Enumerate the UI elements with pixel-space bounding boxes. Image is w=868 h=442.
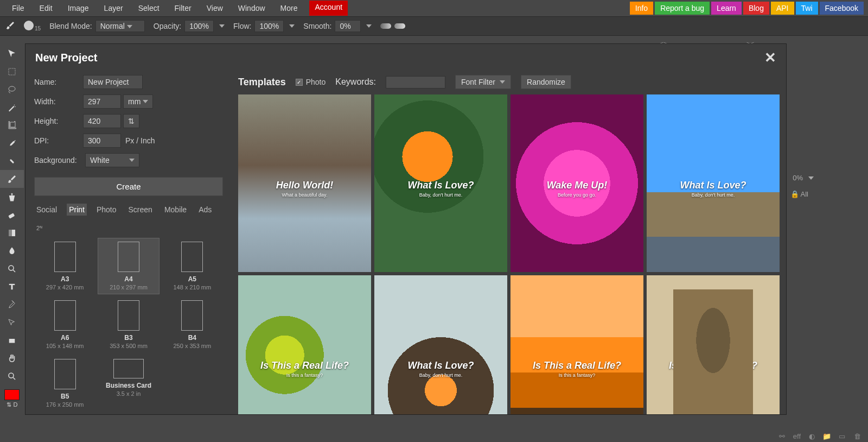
template-card-4[interactable]: Is This a Real Life? Is this a fantasy? [238, 275, 371, 414]
preset-a4[interactable]: A4 210 x 297 mm [98, 238, 159, 294]
width-input[interactable] [83, 94, 121, 109]
brush-tool[interactable] [0, 170, 24, 188]
default-colors-icon[interactable]: D [14, 401, 18, 408]
trash-icon[interactable]: 🗑 [853, 432, 861, 440]
preset-a5[interactable]: A5 148 x 210 mm [162, 238, 223, 294]
blend-mode-select[interactable]: Normal [95, 20, 145, 32]
clone-tool[interactable] [0, 188, 24, 206]
pill-report-bug[interactable]: Report a bug [655, 2, 710, 15]
gradient-tool[interactable] [0, 224, 24, 242]
shape-tool[interactable] [0, 331, 24, 349]
menu-file[interactable]: File [4, 1, 32, 16]
path-select-tool[interactable] [0, 313, 24, 331]
randomize-button[interactable]: Randomize [521, 75, 571, 89]
opacity-value[interactable]: 100% [184, 20, 214, 32]
menu-select[interactable]: Select [131, 1, 167, 16]
menu-edit[interactable]: Edit [32, 1, 60, 16]
menu-right: Info Report a bug Learn Blog API Twi Fac… [630, 2, 864, 15]
dodge-tool[interactable] [0, 260, 24, 277]
swap-dimensions-button[interactable]: ⇅ [123, 114, 139, 128]
pressure-opacity-icon[interactable] [380, 23, 391, 29]
smooth-value[interactable]: 0% [335, 20, 361, 32]
opacity-caret-icon[interactable] [219, 24, 225, 28]
preset-tab-screen[interactable]: Screen [126, 204, 155, 216]
preset-b4[interactable]: B4 250 x 353 mm [162, 296, 223, 353]
template-card-1[interactable]: What Is Love? Baby, don't hurt me. [374, 94, 507, 272]
preset-b5[interactable]: B5 176 x 250 mm [34, 355, 95, 412]
template-title: Is This a Real Life? [244, 360, 366, 371]
link-icon[interactable]: ⚯ [778, 432, 787, 440]
chevron-down-icon[interactable] [808, 176, 814, 180]
template-card-7[interactable]: Is This a Real Life? Is this a fantasy? [647, 275, 780, 414]
template-card-2[interactable]: Wake Me Up! Before you go go. [510, 94, 643, 272]
dpi-input[interactable] [83, 134, 121, 148]
menu-view[interactable]: View [199, 1, 231, 16]
menu-window[interactable]: Window [231, 1, 273, 16]
mask-icon[interactable]: ◐ [807, 432, 816, 440]
right-opacity-value[interactable]: 0% [793, 174, 803, 182]
preset-b3[interactable]: B3 353 x 500 mm [98, 296, 159, 353]
rect-select-tool[interactable] [0, 62, 24, 80]
folder-icon[interactable]: 📁 [822, 432, 831, 440]
crop-tool[interactable] [0, 116, 24, 134]
name-input[interactable] [83, 75, 143, 89]
eraser-tool[interactable] [0, 206, 24, 224]
right-all-label[interactable]: All [801, 190, 808, 198]
font-filter-button[interactable]: Font Filter [455, 75, 511, 89]
template-card-0[interactable]: Hello World! What a beautiful day. [238, 94, 371, 272]
magic-wand-tool[interactable] [0, 98, 24, 116]
brush-tool-icon[interactable] [5, 21, 15, 32]
smooth-caret-icon[interactable] [366, 24, 372, 28]
pill-twitter[interactable]: Twi [796, 2, 818, 15]
preset-tab-social[interactable]: Social [34, 204, 59, 216]
lock-icon[interactable]: 🔒 [790, 190, 799, 198]
lasso-tool[interactable] [0, 80, 24, 98]
photo-checkbox[interactable]: ✓Photo [296, 78, 326, 86]
unit-select[interactable]: mm [123, 94, 153, 109]
menu-image[interactable]: Image [60, 1, 97, 16]
pill-facebook[interactable]: Facebook [820, 2, 864, 15]
healing-tool[interactable] [0, 152, 24, 170]
background-select[interactable]: White [85, 153, 139, 167]
menu-account[interactable]: Account [309, 1, 348, 16]
template-card-6[interactable]: Is This a Real Life? Is this a fantasy? [510, 275, 643, 414]
flow-value[interactable]: 100% [254, 20, 284, 32]
zoom-tool[interactable] [0, 367, 24, 385]
pill-learn[interactable]: Learn [711, 2, 742, 15]
flow-caret-icon[interactable] [289, 24, 295, 28]
menu-filter[interactable]: Filter [167, 1, 199, 16]
preset-tab-ads[interactable]: Ads [196, 204, 214, 216]
hand-tool[interactable] [0, 349, 24, 367]
pill-api[interactable]: API [771, 2, 794, 15]
new-icon[interactable]: ▭ [838, 432, 846, 440]
brush-preview[interactable]: 15 [24, 21, 41, 32]
create-button[interactable]: Create [34, 177, 223, 196]
menu-more[interactable]: More [273, 1, 305, 16]
eyedropper-tool[interactable] [0, 134, 24, 152]
svg-rect-0 [9, 68, 15, 75]
height-input[interactable] [83, 114, 121, 128]
keywords-input[interactable] [386, 76, 445, 89]
close-button[interactable]: ✕ [764, 49, 776, 66]
preset-a3[interactable]: A3 297 x 420 mm [34, 238, 95, 294]
preset-tab-mobile[interactable]: Mobile [162, 204, 189, 216]
preset-tab-photo[interactable]: Photo [94, 204, 119, 216]
pill-info[interactable]: Info [630, 2, 653, 15]
pill-blog[interactable]: Blog [743, 2, 769, 15]
foreground-color-swatch[interactable] [4, 389, 20, 400]
pressure-size-icon[interactable] [394, 23, 405, 29]
preset-business-card[interactable]: Business Card 3.5 x 2 in [98, 355, 159, 412]
template-card-3[interactable]: What Is Love? Baby, don't hurt me. [647, 94, 780, 272]
status-eff[interactable]: eff [793, 432, 801, 440]
pen-tool[interactable] [0, 295, 24, 313]
preset-tab-print[interactable]: Print [67, 204, 87, 216]
type-tool[interactable] [0, 277, 24, 295]
menu-layer[interactable]: Layer [97, 1, 131, 16]
preset-tab-2n[interactable]: 2ᴺ [34, 223, 44, 233]
preset-a6[interactable]: A6 105 x 148 mm [34, 296, 95, 353]
blur-tool[interactable] [0, 242, 24, 260]
move-tool[interactable] [0, 45, 24, 62]
template-card-5[interactable]: What Is Love? Baby, don't hurt me. [374, 275, 507, 414]
swap-colors-icon[interactable]: ⇅ [7, 401, 11, 408]
template-title: Is This a Real Life? [516, 360, 638, 371]
